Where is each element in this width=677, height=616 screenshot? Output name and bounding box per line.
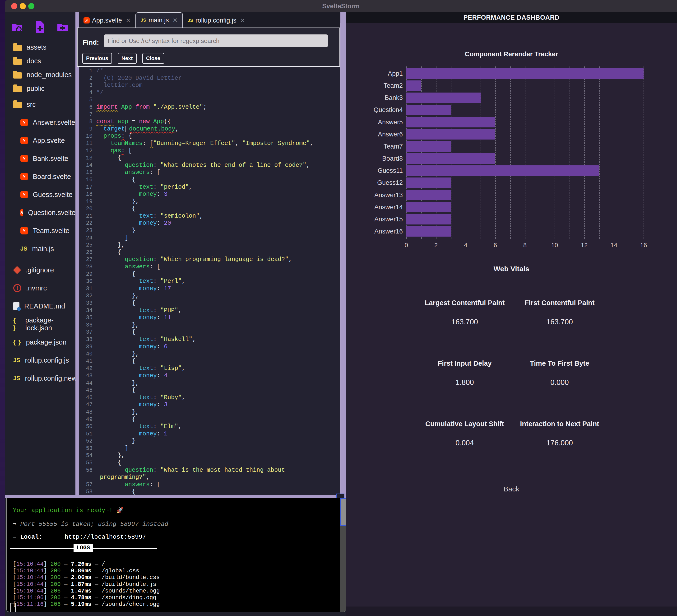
code-line: 34 text: "PHP", <box>79 307 340 314</box>
code-token <box>96 256 125 263</box>
code-token: , <box>182 365 185 372</box>
bar-question4 <box>406 105 451 115</box>
find-input[interactable] <box>104 34 328 47</box>
back-button[interactable]: Back <box>346 485 677 493</box>
tree-item-rollup-config-js[interactable]: JSrollup.config.js <box>5 351 76 369</box>
code-token <box>114 118 118 125</box>
code-token: (C) 2020 David Lettier <box>96 75 182 82</box>
close-icon[interactable]: ✕ <box>126 17 131 24</box>
tree-item-rollup-config-new-js[interactable]: JSrollup.config.new.js <box>5 369 76 387</box>
code-line: 41 { <box>79 358 340 365</box>
tree-item-label: src <box>27 101 36 108</box>
tab-main-js[interactable]: JSmain.js✕ <box>135 12 183 28</box>
tree-item-guess-svelte[interactable]: SGuess.svelte <box>5 185 76 204</box>
svelte-icon: S <box>20 191 28 199</box>
tree-item-board-svelte[interactable]: SBoard.svelte <box>5 168 76 185</box>
code-token: : <box>157 343 164 350</box>
gridline <box>629 67 629 239</box>
code-line: 13 { <box>79 155 340 162</box>
tree-item-package-lock-json[interactable]: { }package-lock.json <box>5 315 76 333</box>
app-window: SvelteStorm <box>5 0 677 616</box>
line-content: { <box>96 459 121 467</box>
log-token: ] <box>44 561 50 567</box>
x-tick-2: 2 <box>426 241 446 249</box>
line-content: money: 3 <box>96 401 168 409</box>
tree-item-answer-svelte[interactable]: SAnswer.svelte <box>5 114 76 131</box>
close-icon[interactable]: ✕ <box>240 17 245 24</box>
line-number: 21 <box>79 213 92 220</box>
tab-rollup-config-js[interactable]: JSrollup.config.js✕ <box>183 13 250 28</box>
tree-item-public[interactable]: public <box>5 82 76 95</box>
previous-button[interactable]: Previous <box>82 53 112 64</box>
tree-item-assets[interactable]: assets <box>5 40 76 54</box>
svelte-icon: S <box>20 155 28 162</box>
gridline <box>584 67 585 239</box>
line-number: 53 <box>79 445 92 452</box>
editor-vertical-scrollbar[interactable] <box>341 12 346 498</box>
new-file-icon[interactable] <box>34 21 46 33</box>
log-token: 1.87ms <box>71 581 91 587</box>
tree-item-bank-svelte[interactable]: SBank.svelte <box>5 149 76 168</box>
tree-item-src[interactable]: src <box>5 95 76 114</box>
line-content: money: 17 <box>96 285 171 293</box>
log-token: / <box>102 561 105 567</box>
tree-item-readme-md[interactable]: README.md <box>5 297 76 315</box>
code-token: : [ <box>150 263 161 270</box>
tab-app-svelte[interactable]: SApp.svelte✕ <box>79 13 135 28</box>
line-number: 22 <box>79 220 92 227</box>
tree-item-question-svelte[interactable]: SQuestion.svelte <box>5 204 76 222</box>
sidebar-divider[interactable] <box>76 12 79 498</box>
localhost-url[interactable]: http://localhost:58997 <box>64 533 146 540</box>
close-icon[interactable]: ✕ <box>173 17 178 24</box>
line-number: 1 <box>79 68 92 75</box>
tree-item-package-json[interactable]: { }package.json <box>5 333 76 351</box>
code-line: 50 text: "Elm", <box>79 423 340 431</box>
log-token: — <box>91 588 101 594</box>
tree-item-app-svelte[interactable]: SApp.svelte <box>5 131 76 149</box>
terminal-scrollbar-thumb[interactable] <box>340 498 346 526</box>
code-token: : <box>153 336 161 343</box>
code-line: 19 }, <box>79 198 340 206</box>
terminal-local-line: – Local: http://localhost:58997 <box>13 533 146 540</box>
reload-folder-icon[interactable] <box>11 21 23 33</box>
code-token: from <box>135 104 150 111</box>
line-number: 29 <box>79 271 92 278</box>
tree-item-docs[interactable]: docs <box>5 54 76 68</box>
code-line: programming?", <box>79 474 340 481</box>
next-button[interactable]: Next <box>118 53 137 64</box>
log-token: 5.19ms <box>71 601 91 608</box>
tree-item-nvmrc[interactable]: !.nvmrc <box>5 279 76 297</box>
code-token: "Ruby" <box>161 394 182 401</box>
close-button[interactable]: Close <box>142 53 164 64</box>
log-token: — <box>61 568 71 574</box>
web-vitals-title: Web Vitals <box>346 265 677 273</box>
log-token: — <box>91 574 101 581</box>
js-icon: JS <box>141 17 146 23</box>
tree-item-main-js[interactable]: JSmain.js <box>5 240 76 258</box>
code-line: 30 text: "Perl", <box>79 278 340 285</box>
terminal-scrollbar[interactable] <box>340 498 346 612</box>
tree-item-team-svelte[interactable]: STeam.svelte <box>5 222 76 240</box>
new-folder-icon[interactable] <box>56 21 69 33</box>
line-number: 41 <box>79 358 92 365</box>
line-content: money: 6 <box>96 343 168 351</box>
terminal-panel[interactable]: Your application is ready~! 🚀 ➡ Port 555… <box>6 498 346 612</box>
tree-item-gitignore[interactable]: .gitignore <box>5 261 76 279</box>
category-label-answer5: Answer5 <box>346 117 403 127</box>
line-content: (C) 2020 David Lettier <box>96 75 182 82</box>
log-token: /build/bundle.css <box>102 574 160 581</box>
editor-horizontal-scrollbar[interactable] <box>5 495 346 498</box>
line-content: }, <box>96 241 125 249</box>
tree-item-node-modules[interactable]: node_modules <box>5 68 76 82</box>
code-token <box>132 104 135 111</box>
metric-value: 163.700 <box>412 318 517 326</box>
gridline <box>540 67 540 239</box>
line-number: 2 <box>79 75 92 82</box>
code-token: ; <box>203 104 207 111</box>
code-token: [ <box>150 140 153 147</box>
code-line: 54 }, <box>79 452 340 459</box>
code-line: 57 answers: [ <box>79 481 340 489</box>
code-line: 32 }, <box>79 292 340 300</box>
code-editor[interactable]: 1/*2 (C) 2020 David Lettier3 lettier.com… <box>79 68 340 495</box>
bar-team2 <box>406 80 421 91</box>
